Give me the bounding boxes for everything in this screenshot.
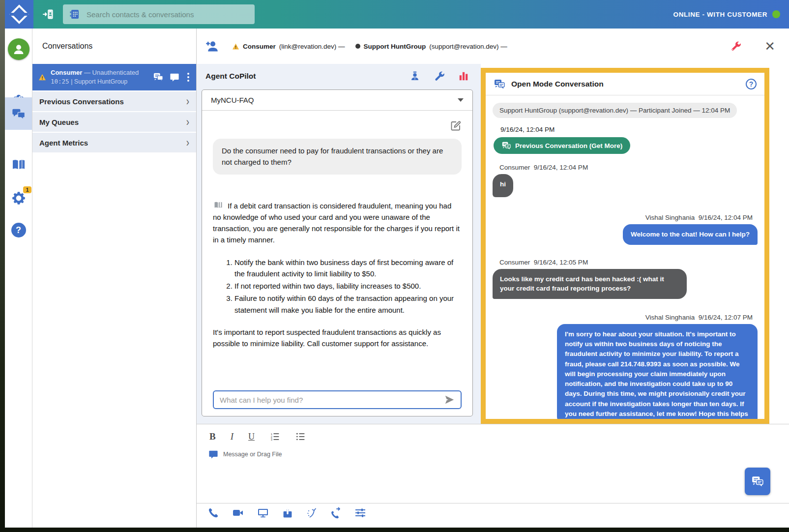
conversation-workspace: Consumer (link@revation.dev) — Support H… xyxy=(197,29,789,528)
top-app-bar: ONLINE - WITH CUSTOMER xyxy=(5,0,789,29)
contacts-search-icon xyxy=(69,8,81,20)
copilot-tools-wrench-icon[interactable] xyxy=(434,70,445,82)
participant-consumer-name: Consumer xyxy=(243,43,276,50)
bullet-list-button[interactable] xyxy=(295,432,306,442)
message-composer: B I U 123 Message or Drag File xyxy=(197,424,789,528)
open-mode-conversation-panel: Open Mode Conversation ? Support HuntGro… xyxy=(481,68,769,424)
send-icon[interactable] xyxy=(444,394,455,405)
open-mode-help-icon[interactable]: ? xyxy=(746,79,757,89)
kb-source-book-icon xyxy=(213,200,224,210)
copilot-title: Agent CoPilot xyxy=(205,72,256,81)
chevron-right-icon: › xyxy=(186,115,189,129)
previous-conversation-button[interactable]: Previous Conversation (Get More) xyxy=(494,137,630,154)
more-menu-icon[interactable] xyxy=(185,72,191,83)
open-mode-transcript: Support HuntGroup (support@revation.dev)… xyxy=(486,96,764,419)
copilot-search-box[interactable] xyxy=(213,390,462,409)
book-icon xyxy=(11,157,27,173)
left-nav-rail: 1 ? xyxy=(5,29,32,528)
debug-wrench-icon[interactable] xyxy=(730,40,742,52)
message-bubble: hi xyxy=(493,174,513,197)
copilot-search-input[interactable] xyxy=(220,396,444,404)
agent-status[interactable]: ONLINE - WITH CUSTOMER xyxy=(673,10,780,18)
section-agent-metrics[interactable]: Agent Metrics › xyxy=(32,133,196,152)
conversations-title: Conversations xyxy=(32,29,196,64)
knowledge-base-select[interactable]: MyNCU-FAQ xyxy=(202,90,472,111)
message-placeholder: Message or Drag File xyxy=(223,451,282,458)
transfer-call-icon[interactable] xyxy=(330,507,342,519)
conversation-item-consumer[interactable]: Consumer — Unauthenticated 10:25 | Suppo… xyxy=(32,64,196,90)
message-bubble: Looks like my credit card has been hacke… xyxy=(493,269,687,299)
participant-joined-event: Support HuntGroup (support@revation.dev)… xyxy=(493,103,737,118)
nav-help[interactable]: ? xyxy=(5,218,32,242)
message-meta: Vishal Singhania 9/16/24, 12:07 PM xyxy=(499,314,753,321)
new-question-icon[interactable] xyxy=(450,120,462,132)
auto-transfer-icon[interactable] xyxy=(306,507,318,519)
nav-knowledge-base[interactable] xyxy=(5,152,32,177)
file-share-icon[interactable] xyxy=(282,507,293,519)
settings-badge: 1 xyxy=(23,186,31,193)
format-toolbar: B I U 123 xyxy=(197,424,789,442)
open-contact-directory-icon[interactable] xyxy=(41,8,54,21)
search-input[interactable] xyxy=(87,10,249,19)
copilot-question-bubble: Do the consumer need to pay for fraudule… xyxy=(213,139,462,175)
answer-outro: It's important to report suspected fraud… xyxy=(213,326,462,350)
answer-step: Failure to notify within 60 days of the … xyxy=(234,293,462,316)
chevron-right-icon: › xyxy=(186,94,189,109)
online-status-dot-icon xyxy=(772,10,780,18)
copilot-card: MyNCU-FAQ Do the consumer need to pay fo… xyxy=(202,89,473,416)
message-meta: Vishal Singhania 9/16/24, 12:04 PM xyxy=(499,214,753,221)
section-previous-conversations[interactable]: Previous Conversations › xyxy=(32,91,196,111)
send-chat-icon xyxy=(751,475,764,487)
global-search[interactable] xyxy=(63,4,255,24)
divider xyxy=(197,503,789,503)
participant-agent-email: (support@revation.dev) — xyxy=(429,43,507,50)
ordered-list-button[interactable]: 123 xyxy=(269,432,280,442)
help-icon: ? xyxy=(11,223,26,237)
warning-icon xyxy=(38,74,46,81)
open-mode-header: Open Mode Conversation ? xyxy=(486,73,764,95)
copilot-analytics-icon[interactable] xyxy=(458,71,469,82)
transcript-icon[interactable] xyxy=(153,72,164,82)
open-mode-chat-icon xyxy=(494,79,505,89)
conversation-status: — Unauthenticated xyxy=(84,69,139,76)
chat-icon[interactable] xyxy=(170,73,179,82)
profile-avatar[interactable] xyxy=(5,37,32,61)
bold-button[interactable]: B xyxy=(209,431,216,442)
nav-settings[interactable]: 1 xyxy=(5,185,32,211)
video-call-icon[interactable] xyxy=(232,507,244,519)
agent-persona-icon[interactable] xyxy=(409,70,421,82)
call-controls xyxy=(207,507,367,519)
call-settings-icon[interactable] xyxy=(354,507,367,519)
previous-conversation-icon xyxy=(501,141,511,150)
participant-agent-name: Support HuntGroup xyxy=(364,43,426,50)
avatar-icon xyxy=(8,38,29,60)
send-message-button[interactable] xyxy=(745,468,770,495)
conversation-header: Consumer (link@revation.dev) — Support H… xyxy=(197,29,789,64)
app-window: ONLINE - WITH CUSTOMER xyxy=(5,0,789,528)
agent-status-label: ONLINE - WITH CUSTOMER xyxy=(673,11,767,18)
chat-bubbles-icon xyxy=(11,106,27,121)
knowledge-base-value: MyNCU-FAQ xyxy=(211,96,254,104)
answer-intro: If a debit card transaction is considere… xyxy=(213,202,460,244)
svg-text:3: 3 xyxy=(271,438,272,441)
answer-steps: Notify the bank within two business days… xyxy=(213,257,462,316)
italic-button[interactable]: I xyxy=(231,431,234,442)
conversation-timer: 10:25 xyxy=(51,78,69,85)
screen-share-icon[interactable] xyxy=(257,507,269,519)
conversations-panel: Conversations Consumer — Unauthenticated… xyxy=(32,29,197,528)
copilot-conversation: Do the consumer need to pay for fraudule… xyxy=(202,111,472,384)
chevron-right-icon: › xyxy=(186,136,189,150)
participant-consumer-email: (link@revation.dev) — xyxy=(279,43,345,50)
voice-call-icon[interactable] xyxy=(207,507,219,519)
session-timestamp: 9/16/24, 12:04 PM xyxy=(500,126,758,133)
add-participant-icon[interactable] xyxy=(205,40,220,53)
open-mode-title: Open Mode Conversation xyxy=(511,80,604,89)
close-icon[interactable]: ✕ xyxy=(764,40,775,53)
app-logo[interactable] xyxy=(5,0,33,29)
underline-button[interactable]: U xyxy=(248,432,255,442)
conversation-name: Consumer xyxy=(51,69,82,76)
section-my-queues[interactable]: My Queues › xyxy=(32,112,196,132)
message-input-area[interactable]: Message or Drag File xyxy=(208,450,789,459)
diamond-logo-icon xyxy=(11,6,28,23)
nav-conversations-selected[interactable] xyxy=(5,97,32,130)
